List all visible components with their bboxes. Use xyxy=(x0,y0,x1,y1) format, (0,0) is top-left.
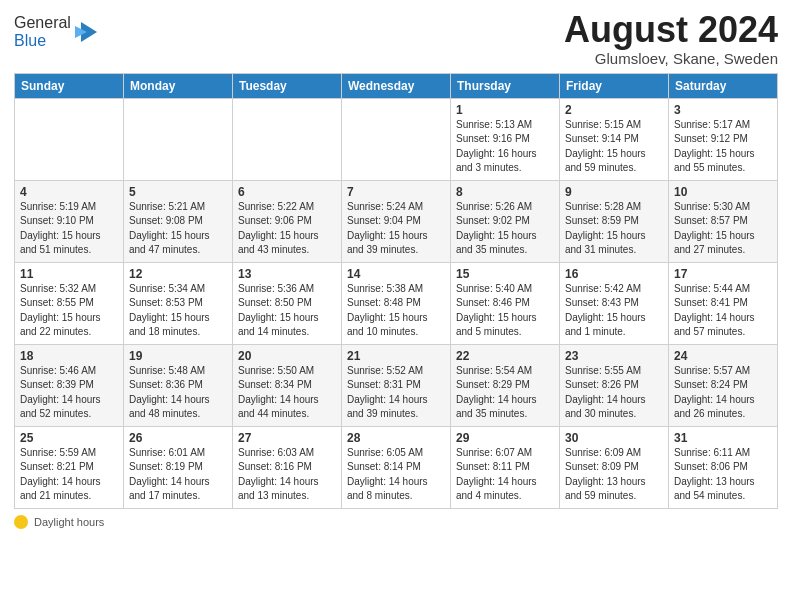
calendar-cell: 8Sunrise: 5:26 AM Sunset: 9:02 PM Daylig… xyxy=(451,180,560,262)
calendar-cell xyxy=(342,98,451,180)
day-number: 20 xyxy=(238,349,336,363)
calendar-cell: 27Sunrise: 6:03 AM Sunset: 8:16 PM Dayli… xyxy=(233,426,342,508)
page: General Blue August 2024 Glumsloev, Skan… xyxy=(0,0,792,612)
calendar-header-row: SundayMondayTuesdayWednesdayThursdayFrid… xyxy=(15,73,778,98)
day-info: Sunrise: 6:11 AM Sunset: 8:06 PM Dayligh… xyxy=(674,446,772,504)
day-info: Sunrise: 5:48 AM Sunset: 8:36 PM Dayligh… xyxy=(129,364,227,422)
calendar-cell: 6Sunrise: 5:22 AM Sunset: 9:06 PM Daylig… xyxy=(233,180,342,262)
logo-blue: Blue xyxy=(14,32,46,49)
day-number: 14 xyxy=(347,267,445,281)
column-header-sunday: Sunday xyxy=(15,73,124,98)
day-number: 7 xyxy=(347,185,445,199)
calendar-cell: 1Sunrise: 5:13 AM Sunset: 9:16 PM Daylig… xyxy=(451,98,560,180)
column-header-monday: Monday xyxy=(124,73,233,98)
calendar-cell: 21Sunrise: 5:52 AM Sunset: 8:31 PM Dayli… xyxy=(342,344,451,426)
day-number: 13 xyxy=(238,267,336,281)
day-info: Sunrise: 5:32 AM Sunset: 8:55 PM Dayligh… xyxy=(20,282,118,340)
day-number: 6 xyxy=(238,185,336,199)
day-info: Sunrise: 5:21 AM Sunset: 9:08 PM Dayligh… xyxy=(129,200,227,258)
day-info: Sunrise: 6:01 AM Sunset: 8:19 PM Dayligh… xyxy=(129,446,227,504)
footer-label: Daylight hours xyxy=(34,516,104,528)
calendar-cell: 25Sunrise: 5:59 AM Sunset: 8:21 PM Dayli… xyxy=(15,426,124,508)
day-number: 10 xyxy=(674,185,772,199)
day-info: Sunrise: 5:28 AM Sunset: 8:59 PM Dayligh… xyxy=(565,200,663,258)
title-block: August 2024 Glumsloev, Skane, Sweden xyxy=(564,10,778,67)
calendar-cell: 16Sunrise: 5:42 AM Sunset: 8:43 PM Dayli… xyxy=(560,262,669,344)
calendar-cell: 20Sunrise: 5:50 AM Sunset: 8:34 PM Dayli… xyxy=(233,344,342,426)
calendar-cell: 26Sunrise: 6:01 AM Sunset: 8:19 PM Dayli… xyxy=(124,426,233,508)
day-number: 22 xyxy=(456,349,554,363)
day-number: 27 xyxy=(238,431,336,445)
calendar-cell: 5Sunrise: 5:21 AM Sunset: 9:08 PM Daylig… xyxy=(124,180,233,262)
day-number: 11 xyxy=(20,267,118,281)
day-info: Sunrise: 5:44 AM Sunset: 8:41 PM Dayligh… xyxy=(674,282,772,340)
day-info: Sunrise: 5:59 AM Sunset: 8:21 PM Dayligh… xyxy=(20,446,118,504)
calendar-cell: 2Sunrise: 5:15 AM Sunset: 9:14 PM Daylig… xyxy=(560,98,669,180)
day-info: Sunrise: 5:26 AM Sunset: 9:02 PM Dayligh… xyxy=(456,200,554,258)
logo: General Blue xyxy=(14,14,101,50)
day-info: Sunrise: 5:34 AM Sunset: 8:53 PM Dayligh… xyxy=(129,282,227,340)
day-info: Sunrise: 5:52 AM Sunset: 8:31 PM Dayligh… xyxy=(347,364,445,422)
calendar-table: SundayMondayTuesdayWednesdayThursdayFrid… xyxy=(14,73,778,509)
calendar-cell: 30Sunrise: 6:09 AM Sunset: 8:09 PM Dayli… xyxy=(560,426,669,508)
day-info: Sunrise: 5:40 AM Sunset: 8:46 PM Dayligh… xyxy=(456,282,554,340)
footer: Daylight hours xyxy=(14,515,778,529)
calendar-cell: 11Sunrise: 5:32 AM Sunset: 8:55 PM Dayli… xyxy=(15,262,124,344)
day-number: 12 xyxy=(129,267,227,281)
calendar-cell: 4Sunrise: 5:19 AM Sunset: 9:10 PM Daylig… xyxy=(15,180,124,262)
day-number: 31 xyxy=(674,431,772,445)
day-info: Sunrise: 5:54 AM Sunset: 8:29 PM Dayligh… xyxy=(456,364,554,422)
day-number: 26 xyxy=(129,431,227,445)
logo-icon xyxy=(73,18,101,46)
day-info: Sunrise: 5:19 AM Sunset: 9:10 PM Dayligh… xyxy=(20,200,118,258)
day-number: 9 xyxy=(565,185,663,199)
day-number: 2 xyxy=(565,103,663,117)
calendar-week-row: 4Sunrise: 5:19 AM Sunset: 9:10 PM Daylig… xyxy=(15,180,778,262)
day-info: Sunrise: 5:17 AM Sunset: 9:12 PM Dayligh… xyxy=(674,118,772,176)
day-info: Sunrise: 5:22 AM Sunset: 9:06 PM Dayligh… xyxy=(238,200,336,258)
calendar-cell xyxy=(15,98,124,180)
column-header-tuesday: Tuesday xyxy=(233,73,342,98)
day-number: 17 xyxy=(674,267,772,281)
calendar-cell: 14Sunrise: 5:38 AM Sunset: 8:48 PM Dayli… xyxy=(342,262,451,344)
column-header-saturday: Saturday xyxy=(669,73,778,98)
calendar-cell: 15Sunrise: 5:40 AM Sunset: 8:46 PM Dayli… xyxy=(451,262,560,344)
column-header-friday: Friday xyxy=(560,73,669,98)
day-info: Sunrise: 5:13 AM Sunset: 9:16 PM Dayligh… xyxy=(456,118,554,176)
day-info: Sunrise: 5:30 AM Sunset: 8:57 PM Dayligh… xyxy=(674,200,772,258)
day-number: 19 xyxy=(129,349,227,363)
calendar-cell xyxy=(124,98,233,180)
day-info: Sunrise: 5:15 AM Sunset: 9:14 PM Dayligh… xyxy=(565,118,663,176)
calendar-cell: 22Sunrise: 5:54 AM Sunset: 8:29 PM Dayli… xyxy=(451,344,560,426)
calendar-cell: 9Sunrise: 5:28 AM Sunset: 8:59 PM Daylig… xyxy=(560,180,669,262)
logo-general: General xyxy=(14,14,71,31)
calendar-week-row: 1Sunrise: 5:13 AM Sunset: 9:16 PM Daylig… xyxy=(15,98,778,180)
day-info: Sunrise: 5:36 AM Sunset: 8:50 PM Dayligh… xyxy=(238,282,336,340)
day-number: 4 xyxy=(20,185,118,199)
day-number: 15 xyxy=(456,267,554,281)
calendar-cell: 23Sunrise: 5:55 AM Sunset: 8:26 PM Dayli… xyxy=(560,344,669,426)
calendar-cell: 10Sunrise: 5:30 AM Sunset: 8:57 PM Dayli… xyxy=(669,180,778,262)
day-info: Sunrise: 5:24 AM Sunset: 9:04 PM Dayligh… xyxy=(347,200,445,258)
calendar-cell: 13Sunrise: 5:36 AM Sunset: 8:50 PM Dayli… xyxy=(233,262,342,344)
calendar-cell: 19Sunrise: 5:48 AM Sunset: 8:36 PM Dayli… xyxy=(124,344,233,426)
calendar-cell: 12Sunrise: 5:34 AM Sunset: 8:53 PM Dayli… xyxy=(124,262,233,344)
day-info: Sunrise: 6:03 AM Sunset: 8:16 PM Dayligh… xyxy=(238,446,336,504)
sun-icon xyxy=(14,515,28,529)
day-info: Sunrise: 5:57 AM Sunset: 8:24 PM Dayligh… xyxy=(674,364,772,422)
calendar-cell: 31Sunrise: 6:11 AM Sunset: 8:06 PM Dayli… xyxy=(669,426,778,508)
day-number: 3 xyxy=(674,103,772,117)
day-info: Sunrise: 5:55 AM Sunset: 8:26 PM Dayligh… xyxy=(565,364,663,422)
day-number: 24 xyxy=(674,349,772,363)
location-title: Glumsloev, Skane, Sweden xyxy=(564,50,778,67)
calendar-cell: 7Sunrise: 5:24 AM Sunset: 9:04 PM Daylig… xyxy=(342,180,451,262)
calendar-week-row: 18Sunrise: 5:46 AM Sunset: 8:39 PM Dayli… xyxy=(15,344,778,426)
day-info: Sunrise: 6:05 AM Sunset: 8:14 PM Dayligh… xyxy=(347,446,445,504)
calendar-cell: 18Sunrise: 5:46 AM Sunset: 8:39 PM Dayli… xyxy=(15,344,124,426)
day-number: 18 xyxy=(20,349,118,363)
calendar-week-row: 25Sunrise: 5:59 AM Sunset: 8:21 PM Dayli… xyxy=(15,426,778,508)
day-number: 23 xyxy=(565,349,663,363)
column-header-thursday: Thursday xyxy=(451,73,560,98)
header: General Blue August 2024 Glumsloev, Skan… xyxy=(14,10,778,67)
day-number: 21 xyxy=(347,349,445,363)
